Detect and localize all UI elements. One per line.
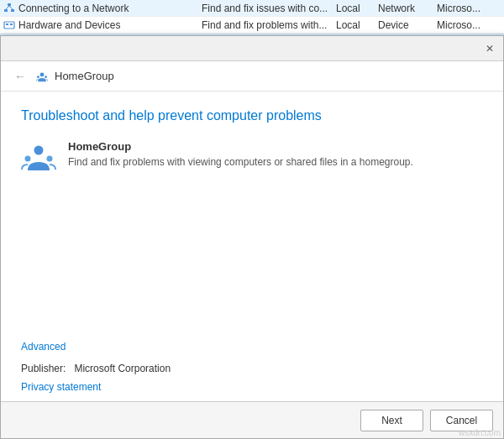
svg-point-11 [45,76,47,78]
row-name: Connecting to a Network [0,3,202,14]
svg-rect-0 [8,3,11,6]
row-name: Hardware and Devices [0,19,202,31]
hardware-icon [3,19,15,31]
svg-point-14 [47,156,53,162]
tool-item: HomeGroup Find and fix problems with vie… [21,140,483,175]
row-pub: Microso... [437,19,504,31]
dialog-nav: ← HomeGroup [1,61,503,91]
next-button[interactable]: Next [360,410,423,431]
row-local: Local [336,3,378,14]
svg-point-12 [34,146,44,155]
row-type: Network [378,3,437,14]
tool-desc: Find and fix problems with viewing compu… [68,155,413,170]
svg-rect-7 [10,24,13,25]
tool-name: HomeGroup [68,140,413,153]
row-local: Local [336,19,378,31]
row-pub: Microso... [437,3,504,14]
footer-links: Advanced [1,340,503,353]
advanced-link[interactable]: Advanced [21,341,66,353]
svg-rect-6 [6,24,8,25]
watermark: wsxdn.com [459,428,501,437]
dialog-heading: Troubleshoot and help prevent computer p… [21,108,483,123]
row-type: Device [378,19,437,31]
table-row[interactable]: Hardware and Devices Find and fix proble… [0,17,504,34]
publisher-label: Publisher: [21,363,66,374]
publisher-value: Microsoft Corporation [74,363,171,374]
privacy-link[interactable]: Privacy statement [1,379,503,401]
publisher-row: Publisher: Microsoft Corporation [1,359,503,379]
table-row[interactable]: Connecting to a Network Find and fix iss… [0,0,504,17]
svg-point-9 [40,72,45,76]
tool-info: HomeGroup Find and fix problems with vie… [68,140,413,170]
dialog-buttons: Next Cancel [1,401,503,438]
troubleshoot-dialog: ✕ ← HomeGroup Troubleshoot and help prev… [0,35,504,439]
network-icon [3,3,15,14]
row-desc: Find and fix problems with... [202,19,336,31]
dialog-content: Troubleshoot and help prevent computer p… [1,91,503,340]
svg-line-4 [9,6,13,9]
svg-point-10 [37,76,39,78]
svg-line-3 [6,6,9,9]
svg-rect-2 [11,9,14,12]
homegroup-nav-icon [36,71,48,82]
tool-icon [21,140,56,175]
back-button[interactable]: ← [11,67,29,86]
dialog-titlebar: ✕ [1,36,503,61]
close-button[interactable]: ✕ [481,40,498,57]
row-desc: Find and fix issues with co... [202,3,336,14]
svg-rect-1 [4,9,8,12]
svg-point-13 [25,156,31,162]
dialog-nav-title: HomeGroup [55,70,114,82]
svg-rect-5 [4,22,14,29]
